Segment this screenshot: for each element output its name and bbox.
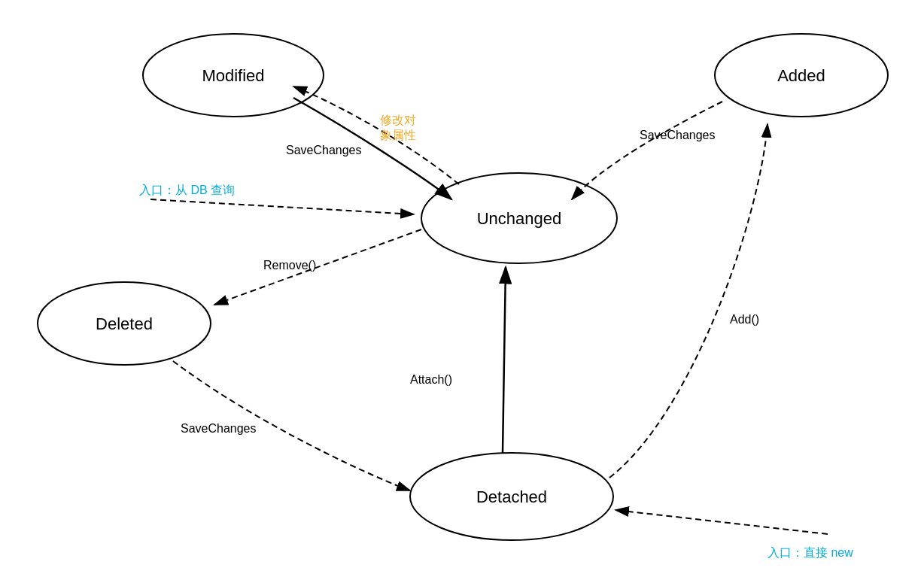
unchanged-to-modified-arrow — [293, 87, 459, 184]
modify-prop-label: 修改对 — [380, 114, 416, 126]
detached-to-unchanged-arrow — [503, 267, 506, 453]
detached-label: Detached — [476, 487, 547, 506]
entry-db-arrow — [150, 199, 414, 214]
added-label: Added — [777, 66, 825, 85]
modify-prop-label2: 象属性 — [380, 129, 416, 141]
detached-to-added-arrow — [609, 124, 767, 478]
entry-db-label: 入口：从 DB 查询 — [139, 184, 235, 196]
attach-label: Attach() — [410, 373, 452, 386]
entry-new-label: 入口：直接 new — [767, 546, 853, 559]
unchanged-to-deleted-arrow — [214, 229, 421, 305]
modified-label: Modified — [202, 66, 264, 85]
add-label: Add() — [730, 313, 759, 326]
savechanges-mod-label: SaveChanges — [286, 144, 362, 156]
savechanges-add-label: SaveChanges — [640, 129, 716, 141]
savechanges-del-label: SaveChanges — [181, 422, 257, 435]
remove-label: Remove() — [263, 259, 316, 272]
state-diagram: Modified Unchanged Added Deleted Detache… — [0, 0, 924, 583]
unchanged-label: Unchanged — [477, 209, 562, 228]
added-to-unchanged-arrow — [572, 102, 722, 199]
entry-new-arrow — [615, 510, 828, 534]
deleted-label: Deleted — [96, 314, 153, 333]
